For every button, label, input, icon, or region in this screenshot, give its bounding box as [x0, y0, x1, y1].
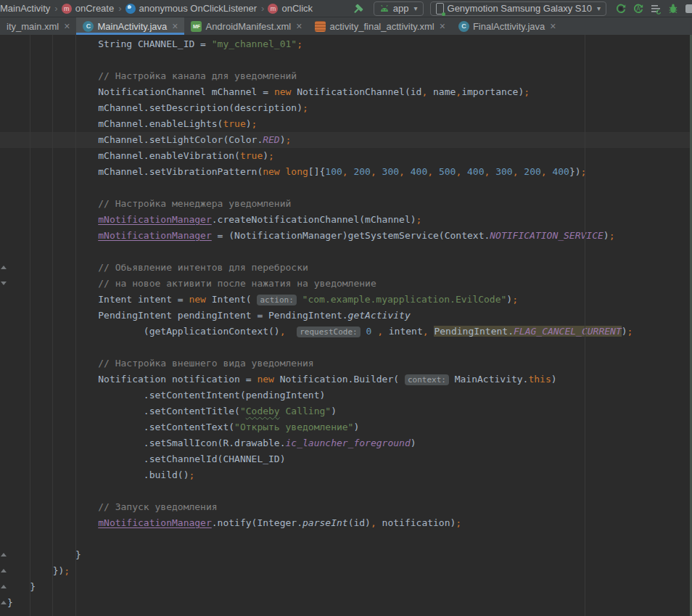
fold-up-icon[interactable]	[1, 553, 7, 557]
code-token: ,	[399, 166, 411, 177]
code-line: .setContentText("Открыть уведомление")	[0, 419, 692, 435]
fold-up-icon[interactable]	[1, 569, 7, 572]
code-token: String CHANNEL_ID =	[98, 38, 212, 49]
fold-gutter	[0, 35, 7, 616]
code-line: .setContentTitle("Codeby Calling")	[0, 403, 692, 419]
indent-guide	[75, 35, 76, 616]
code-line: String CHANNEL_ID = "my_channel_01";	[0, 36, 692, 52]
code-line: // Настройка канала для уведомлений	[0, 68, 692, 84]
debug-button[interactable]	[664, 1, 682, 16]
close-icon[interactable]: ×	[550, 21, 556, 31]
close-icon[interactable]: ×	[64, 21, 70, 31]
code-token: .setContentTitle(	[144, 406, 240, 416]
class-file-icon: C	[83, 21, 94, 32]
code-token: mChannel.enableVibration(	[98, 150, 240, 161]
code-token: true	[223, 118, 245, 129]
apply-code-changes-button[interactable]: A	[630, 1, 647, 16]
code-token: })	[53, 565, 65, 576]
fold-up-icon[interactable]	[1, 266, 7, 269]
device-selector[interactable]: Genymotion Samsung Galaxy S10 ▾	[430, 1, 606, 16]
code-token: .setContentText(	[144, 422, 234, 432]
code-token: ,	[280, 326, 286, 337]
code-token: new long	[263, 166, 308, 177]
code-line: Intent intent = new Intent( action: "com…	[0, 292, 692, 308]
code-token: // на новое активити после нажатия на ув…	[98, 278, 376, 289]
code-token: RED	[263, 134, 279, 145]
breadcrumb-item[interactable]: onClick	[281, 3, 313, 14]
chevron-down-icon: ▾	[414, 4, 418, 12]
code-token: ;	[581, 166, 587, 177]
code-token: ,	[342, 166, 354, 177]
profiler-button[interactable]	[682, 1, 692, 16]
code-token: Calling"	[280, 406, 331, 416]
breadcrumb-item[interactable]: onCreate	[75, 3, 114, 14]
code-editor[interactable]: String CHANNEL_ID = "my_channel_01"; // …	[0, 35, 692, 616]
code-token: ;	[609, 230, 615, 241]
code-token: ;	[302, 102, 308, 113]
breadcrumb-item[interactable]: anonymous OnClickListener	[139, 3, 258, 14]
coverage-icon	[650, 3, 662, 15]
device-selector-label: Genymotion Samsung Galaxy S10	[448, 3, 592, 14]
indent-guide	[30, 35, 30, 616]
module-selector[interactable]: app ▾	[374, 1, 424, 16]
tab-activity_final_acttivity.xml[interactable]: activity_final_acttivity.xml×	[308, 17, 451, 35]
close-icon[interactable]: ×	[440, 21, 445, 31]
code-token: importance)	[461, 86, 524, 97]
profiler-icon	[685, 3, 692, 15]
code-token: mNotificationManager	[98, 214, 212, 225]
rerun-icon	[615, 3, 627, 15]
code-line: mNotificationManager = (NotificationMana…	[0, 228, 692, 244]
code-token: this	[528, 374, 551, 385]
code-token: ;	[189, 469, 194, 480]
code-line: mChannel.setVibrationPattern(new long[]{…	[0, 164, 692, 180]
run-with-coverage-button[interactable]	[647, 1, 664, 16]
bug-icon	[667, 3, 679, 15]
code-token: NotificationChannel mChannel =	[98, 86, 274, 97]
code-area: String CHANNEL_ID = "my_channel_01"; // …	[0, 36, 692, 611]
build-hammer-icon[interactable]	[350, 1, 367, 16]
code-token: (getApplicationContext()	[144, 326, 280, 337]
code-line: PendingIntent pendingIntent = PendingInt…	[0, 308, 692, 324]
code-line: mChannel.enableVibration(true);	[0, 148, 692, 164]
code-line: // Запуск уведомления	[0, 499, 692, 515]
close-icon[interactable]: ×	[172, 21, 178, 31]
code-token: notification)	[376, 517, 456, 528]
rerun-activity-button[interactable]	[612, 1, 630, 16]
tab-label: MainActivity.java	[97, 21, 167, 32]
code-token	[297, 294, 302, 305]
code-token: FLAG_CANCEL_CURRENT	[514, 326, 622, 337]
tab-label: activity_final_acttivity.xml	[329, 21, 434, 32]
code-token: "Открыть уведомление"	[234, 422, 353, 432]
code-token: .setChannelId(CHANNEL_ID)	[144, 453, 286, 464]
code-token: // Настройка канала для уведомлений	[98, 70, 297, 81]
code-token: }	[75, 549, 81, 560]
code-token: mNotificationManager	[98, 230, 212, 241]
code-token: name	[427, 86, 456, 97]
code-token: .build()	[144, 469, 189, 480]
code-line: mNotificationManager.notify(Integer.pars…	[0, 515, 692, 531]
module-selector-label: app	[393, 3, 409, 14]
code-token: PendingIntent.	[434, 326, 514, 337]
code-token: 500	[439, 166, 456, 177]
fold-down-icon[interactable]	[1, 282, 7, 285]
tab-ity_main.xml[interactable]: ity_main.xml×	[0, 17, 76, 35]
code-token: )	[622, 326, 627, 337]
code-token: mChannel.enableLights(	[98, 118, 223, 129]
close-icon[interactable]: ×	[296, 21, 302, 31]
right-margin-line	[585, 35, 585, 616]
tab-AndroidManifest.xml[interactable]: MFAndroidManifest.xml×	[184, 17, 308, 35]
breadcrumb-separator-icon: ›	[54, 3, 57, 14]
tab-FinalActtivity.java[interactable]: CFinalActtivity.java×	[452, 17, 563, 35]
code-line: mNotificationManager.createNotificationC…	[0, 212, 692, 228]
fold-up-icon[interactable]	[1, 585, 7, 588]
code-token: new	[189, 294, 205, 305]
code-token: 200	[524, 166, 540, 177]
code-token: // Настройка внешнего вида уведомления	[98, 358, 313, 369]
breadcrumb-item[interactable]: MainActivity	[0, 3, 50, 14]
code-token: // Запуск уведомления	[98, 501, 217, 512]
fold-up-icon[interactable]	[1, 601, 7, 604]
code-line: // Настройка внешнего вида уведомления	[0, 356, 692, 371]
code-token: (id)	[348, 517, 371, 528]
tab-label: FinalActtivity.java	[473, 21, 545, 32]
tab-MainActivity.java[interactable]: CMainActivity.java×	[76, 17, 184, 35]
